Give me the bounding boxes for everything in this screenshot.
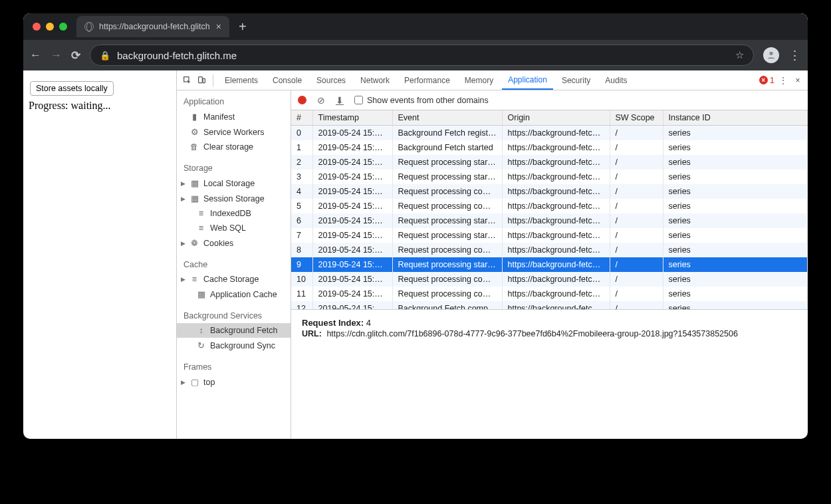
sidebar-item-cookies[interactable]: ▶❁Cookies — [177, 235, 291, 251]
back-button[interactable]: ← — [30, 49, 41, 62]
table-header-row: #TimestampEventOriginSW ScopeInstance ID — [291, 110, 808, 126]
devtools-tab-elements[interactable]: Elements — [219, 70, 264, 90]
inspect-icon[interactable] — [181, 76, 193, 84]
table-row[interactable]: 92019-05-24 15:5…Request processing star… — [291, 257, 808, 272]
device-toggle-icon[interactable] — [195, 76, 207, 84]
table-cell: / — [610, 287, 663, 301]
store-assets-button[interactable]: Store assets locally — [30, 81, 114, 96]
table-cell: https://background-fetc… — [502, 287, 610, 301]
window-minimize-button[interactable] — [46, 23, 54, 31]
devtools-tab-application[interactable]: Application — [502, 70, 553, 90]
table-row[interactable]: 42019-05-24 15:5…Request processing com…… — [291, 184, 808, 199]
column-header[interactable]: Origin — [502, 110, 610, 126]
table-cell: 4 — [291, 184, 312, 199]
devtools-tab-performance[interactable]: Performance — [398, 70, 456, 90]
browser-menu-button[interactable]: ⋮ — [788, 49, 801, 62]
error-indicator[interactable]: ×1 — [759, 75, 774, 85]
table-cell: series — [663, 228, 808, 243]
table-row[interactable]: 102019-05-24 15:5…Request processing com… — [291, 272, 808, 287]
devtools-tab-network[interactable]: Network — [354, 70, 396, 90]
table-cell: 2019-05-24 15:5… — [312, 170, 392, 184]
download-icon[interactable]: ⬇ — [336, 95, 344, 106]
table-cell: 7 — [291, 228, 312, 243]
table-cell: https://background-fetc… — [502, 301, 610, 310]
table-row[interactable]: 12019-05-24 15:5…Background Fetch starte… — [291, 140, 808, 155]
table-row[interactable]: 32019-05-24 15:5…Request processing star… — [291, 170, 808, 184]
clear-icon[interactable]: ⊘ — [317, 95, 325, 106]
new-tab-button[interactable]: + — [239, 19, 247, 35]
window-maximize-button[interactable] — [59, 23, 67, 31]
browser-chrome: https://background-fetch.glitch × + ← → … — [23, 13, 808, 70]
reload-button[interactable]: ⟳ — [71, 49, 80, 63]
forward-button[interactable]: → — [51, 49, 62, 62]
column-header[interactable]: Instance ID — [663, 110, 808, 126]
sidebar-item-application-cache[interactable]: ▦Application Cache — [177, 287, 291, 302]
sidebar-section-application: Application — [177, 94, 291, 109]
chevron-right-icon: ▶ — [181, 240, 185, 247]
table-row[interactable]: 112019-05-24 15:5…Request processing com… — [291, 287, 808, 301]
checkbox-input[interactable] — [354, 96, 363, 104]
profile-avatar[interactable] — [763, 47, 779, 63]
address-bar[interactable]: 🔒 background-fetch.glitch.me ☆ — [90, 45, 754, 66]
window-close-button[interactable] — [33, 23, 41, 31]
column-header[interactable]: Event — [392, 110, 502, 126]
table-cell: https://background-fetc… — [502, 228, 610, 243]
sidebar-item-background-sync[interactable]: ↻Background Sync — [177, 338, 291, 353]
table-cell: series — [663, 287, 808, 301]
sidebar-item-cache-storage[interactable]: ▶≡Cache Storage — [177, 272, 291, 287]
sidebar-item-service-workers[interactable]: ⚙Service Workers — [177, 124, 291, 140]
devtools-tab-security[interactable]: Security — [556, 70, 596, 90]
table-cell: 2019-05-24 15:5… — [312, 199, 392, 213]
sidebar-item-websql[interactable]: ≡Web SQL — [177, 221, 291, 235]
table-cell: https://background-fetc… — [502, 257, 610, 272]
devtools-tab-sources[interactable]: Sources — [310, 70, 352, 90]
table-cell: / — [610, 228, 663, 243]
table-row[interactable]: 122019-05-24 15:5…Background Fetch comp…… — [291, 301, 808, 310]
table-row[interactable]: 72019-05-24 15:5…Request processing star… — [291, 228, 808, 243]
table-cell: 2019-05-24 15:5… — [312, 213, 392, 228]
table-cell: series — [663, 272, 808, 287]
sidebar-item-indexeddb[interactable]: ≡IndexedDB — [177, 206, 291, 221]
table-cell: series — [663, 243, 808, 257]
browser-tab[interactable]: https://background-fetch.glitch × — [76, 16, 229, 37]
table-cell: Background Fetch started — [392, 140, 502, 155]
devtools-close-icon[interactable]: × — [792, 76, 804, 85]
trash-icon: 🗑 — [190, 142, 199, 152]
table-row[interactable]: 82019-05-24 15:5…Request processing com…… — [291, 243, 808, 257]
show-other-domains-checkbox[interactable]: Show events from other domains — [354, 96, 489, 105]
record-button[interactable] — [298, 96, 306, 104]
bookmark-icon[interactable]: ☆ — [735, 49, 744, 61]
table-row[interactable]: 62019-05-24 15:5…Request processing star… — [291, 213, 808, 228]
svg-point-0 — [769, 52, 772, 55]
devtools-tab-memory[interactable]: Memory — [459, 70, 499, 90]
tab-close-icon[interactable]: × — [216, 21, 221, 32]
sidebar-item-top-frame[interactable]: ▶▢top — [177, 374, 291, 390]
sidebar-item-background-fetch[interactable]: ↕Background Fetch — [177, 323, 291, 338]
devtools-panel: ElementsConsoleSourcesNetworkPerformance… — [176, 70, 808, 439]
table-row[interactable]: 22019-05-24 15:5…Request processing star… — [291, 155, 808, 170]
tab-title: https://background-fetch.glitch — [99, 22, 210, 31]
column-header[interactable]: Timestamp — [312, 110, 392, 126]
sidebar-section-cache: Cache — [177, 257, 291, 272]
devtools-tab-console[interactable]: Console — [267, 70, 308, 90]
devtools-menu-icon[interactable]: ⋮ — [777, 76, 789, 85]
table-body: 02019-05-24 15:5…Background Fetch regist… — [291, 126, 808, 311]
sidebar-item-session-storage[interactable]: ▶▦Session Storage — [177, 191, 291, 206]
grid-icon: ▦ — [190, 178, 199, 188]
events-table-wrap[interactable]: #TimestampEventOriginSW ScopeInstance ID… — [291, 110, 808, 310]
sidebar-section-background-services: Background Services — [177, 309, 291, 323]
table-cell: 2019-05-24 15:5… — [312, 272, 392, 287]
column-header[interactable]: SW Scope — [610, 110, 663, 126]
devtools-body: Application ▮Manifest ⚙Service Workers 🗑… — [177, 90, 808, 439]
table-row[interactable]: 02019-05-24 15:5…Background Fetch regist… — [291, 126, 808, 141]
tab-strip: https://background-fetch.glitch × + — [23, 13, 808, 40]
table-cell: https://background-fetc… — [502, 155, 610, 170]
sync-icon: ↻ — [197, 340, 205, 350]
column-header[interactable]: # — [291, 110, 312, 126]
table-row[interactable]: 52019-05-24 15:5…Request processing com…… — [291, 199, 808, 213]
table-cell: https://background-fetc… — [502, 184, 610, 199]
sidebar-item-clear-storage[interactable]: 🗑Clear storage — [177, 140, 291, 154]
sidebar-item-local-storage[interactable]: ▶▦Local Storage — [177, 176, 291, 191]
devtools-tab-audits[interactable]: Audits — [599, 70, 633, 90]
sidebar-item-manifest[interactable]: ▮Manifest — [177, 109, 291, 124]
